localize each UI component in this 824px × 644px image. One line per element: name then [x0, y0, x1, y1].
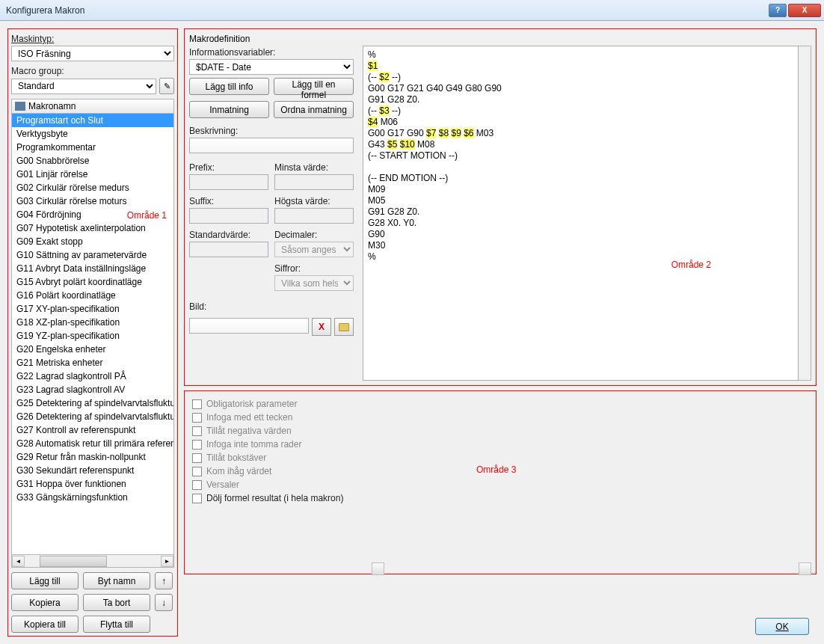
- list-item[interactable]: G02 Cirkulär rörelse medurs: [12, 181, 173, 194]
- prefix-label: Prefix:: [189, 162, 268, 173]
- arrow-down-icon: ↓: [162, 598, 166, 608]
- default-value-input: [189, 242, 268, 257]
- macro-definition-heading: Makrodefinition: [189, 34, 811, 44]
- list-item[interactable]: G20 Engelska enheter: [12, 343, 173, 356]
- suffix-input: [189, 208, 268, 224]
- machine-type-select[interactable]: ISO Fräsning: [11, 46, 174, 61]
- info-variables-label: Informationsvariabler:: [189, 47, 354, 58]
- list-item[interactable]: G26 Detektering af spindelvarvtalsfluktu…: [12, 410, 173, 423]
- code-editor-vscrollbar[interactable]: [799, 46, 811, 381]
- macro-definition-panel: Makrodefinition Informationsvariabler: $…: [184, 28, 817, 386]
- list-item[interactable]: G22 Lagrad slagkontroll PÅ: [12, 369, 173, 383]
- macro-list[interactable]: Programstart och Slut Verktygsbyte Progr…: [11, 114, 174, 555]
- list-item[interactable]: G21 Metriska enheter: [12, 356, 173, 369]
- list-item[interactable]: Verktygsbyte: [12, 127, 173, 141]
- list-item[interactable]: G00 Snabbrörelse: [12, 154, 173, 168]
- copy-to-button[interactable]: Kopiera till: [11, 616, 79, 633]
- list-item[interactable]: Programkommentar: [12, 141, 173, 154]
- list-item[interactable]: G27 Kontroll av referenspunkt: [12, 423, 173, 437]
- list-item[interactable]: G30 Sekundärt referenspunkt: [12, 464, 173, 477]
- pencil-icon: ✎: [164, 82, 170, 91]
- macro-list-header-label: Makronamn: [28, 101, 76, 111]
- decimals-label: Decimaler:: [274, 230, 354, 240]
- macro-group-label: Macro group:: [11, 66, 174, 76]
- list-item[interactable]: G11 Avbryt Data inställningsläge: [12, 262, 173, 275]
- macro-list-hscrollbar[interactable]: ◄►: [11, 555, 174, 568]
- help-button[interactable]: ?: [769, 4, 787, 17]
- copy-button[interactable]: Kopiera: [11, 594, 79, 611]
- macro-group-edit-button[interactable]: ✎: [159, 78, 174, 94]
- arrow-up-icon: ↑: [162, 576, 166, 586]
- description-input[interactable]: [189, 138, 354, 153]
- add-button[interactable]: Lägg till: [11, 572, 79, 589]
- digits-select: Vilka som helst: [274, 275, 354, 291]
- options-panel: Obligatorisk parameter Infoga med ett te…: [184, 390, 817, 574]
- checkbox-allow-letters: Tillåt bokstäver: [192, 453, 372, 463]
- checkbox-allow-negative: Tillåt negativa värden: [192, 426, 372, 436]
- list-item[interactable]: G16 Polärt koordinatläge: [12, 289, 173, 302]
- default-value-label: Standardvärde:: [189, 230, 268, 240]
- delete-button[interactable]: Ta bort: [83, 594, 150, 611]
- machine-type-label: Maskintyp:: [11, 34, 174, 44]
- min-value-input: [274, 174, 354, 190]
- order-input-button[interactable]: Ordna inmatning: [274, 101, 354, 118]
- decimals-select: Såsom anges: [274, 242, 354, 257]
- macro-icon: [15, 102, 25, 111]
- add-formula-button[interactable]: Lägg till en formel: [274, 78, 354, 95]
- list-item[interactable]: G19 YZ-plan-specifikation: [12, 329, 173, 343]
- prefix-input: [189, 174, 268, 190]
- list-item[interactable]: G15 Avbryt polärt koordinatläge: [12, 275, 173, 289]
- list-item[interactable]: Programstart och Slut: [12, 114, 173, 127]
- suffix-label: Suffix:: [189, 196, 268, 206]
- checkbox-remember-value: Kom ihåg värdet: [192, 466, 372, 476]
- description-label: Beskrivning:: [189, 126, 354, 136]
- add-info-button[interactable]: Lägg till info: [189, 78, 269, 95]
- list-item[interactable]: G29 Retur från maskin-nollpunkt: [12, 450, 173, 464]
- folder-icon: [339, 323, 349, 331]
- input-button[interactable]: Inmatning: [189, 101, 269, 118]
- x-icon: X: [319, 322, 325, 332]
- list-item[interactable]: G09 Exakt stopp: [12, 235, 173, 248]
- browse-image-button[interactable]: [334, 318, 354, 336]
- image-path-input[interactable]: [189, 318, 309, 334]
- min-value-label: Minsta värde:: [274, 162, 354, 173]
- move-up-button[interactable]: ↑: [155, 572, 173, 589]
- list-item[interactable]: G17 XY-plan-specifikation: [12, 302, 173, 316]
- macro-list-header[interactable]: Makronamn: [11, 99, 174, 114]
- checkbox-no-empty-rows: Infoga inte tomma rader: [192, 439, 372, 450]
- checkbox-hide-formula[interactable]: Dölj formel resultat (i hela makron): [192, 493, 372, 503]
- checkbox-insert-char: Infoga med ett tecken: [192, 412, 372, 423]
- list-item[interactable]: G18 XZ-plan-specifikation: [12, 316, 173, 329]
- list-item[interactable]: G33 Gängskärningsfunktion: [12, 491, 173, 504]
- image-label: Bild:: [189, 301, 354, 312]
- list-item[interactable]: G03 Cirkulär rörelse moturs: [12, 194, 173, 208]
- max-value-input: [274, 208, 354, 224]
- code-editor[interactable]: % $1 (-- $2 --) G00 G17 G21 G40 G49 G80 …: [363, 46, 799, 381]
- list-item[interactable]: G07 Hypotetisk axelinterpolation: [12, 221, 173, 235]
- clear-image-button[interactable]: X: [312, 318, 331, 336]
- ok-button[interactable]: OK: [755, 618, 809, 635]
- rename-button[interactable]: Byt namn: [83, 572, 150, 589]
- list-item[interactable]: G23 Lagrad slagkontroll AV: [12, 383, 173, 396]
- list-item[interactable]: G28 Automatisk retur till primära refere…: [12, 437, 173, 450]
- max-value-label: Högsta värde:: [274, 196, 354, 206]
- list-item[interactable]: G01 Linjär rörelse: [12, 168, 173, 181]
- checkbox-uppercase: Versaler: [192, 479, 372, 490]
- move-down-button[interactable]: ↓: [155, 594, 173, 611]
- close-button[interactable]: X: [788, 4, 821, 17]
- window-title: Konfigurera Makron: [6, 5, 84, 16]
- list-item[interactable]: G10 Sättning av parametervärde: [12, 248, 173, 262]
- area-1-label: Område 1: [127, 210, 167, 221]
- macro-group-select[interactable]: Standard: [11, 79, 156, 94]
- info-variables-select[interactable]: $DATE - Date: [189, 59, 354, 75]
- left-panel: Maskintyp: ISO Fräsning Macro group: Sta…: [7, 28, 178, 637]
- options-hscrollbar[interactable]: [372, 562, 811, 575]
- digits-label: Siffror:: [274, 263, 354, 274]
- checkbox-mandatory: Obligatorisk parameter: [192, 399, 372, 409]
- list-item[interactable]: G31 Hoppa över funktionen: [12, 477, 173, 491]
- area-3-label: Område 3: [476, 464, 516, 475]
- list-item[interactable]: G25 Detektering af spindelvarvtalsfluktu…: [12, 396, 173, 410]
- title-bar: Konfigurera Makron ? X: [0, 0, 824, 21]
- move-to-button[interactable]: Flytta till: [83, 616, 150, 633]
- area-2-label: Område 2: [671, 260, 711, 270]
